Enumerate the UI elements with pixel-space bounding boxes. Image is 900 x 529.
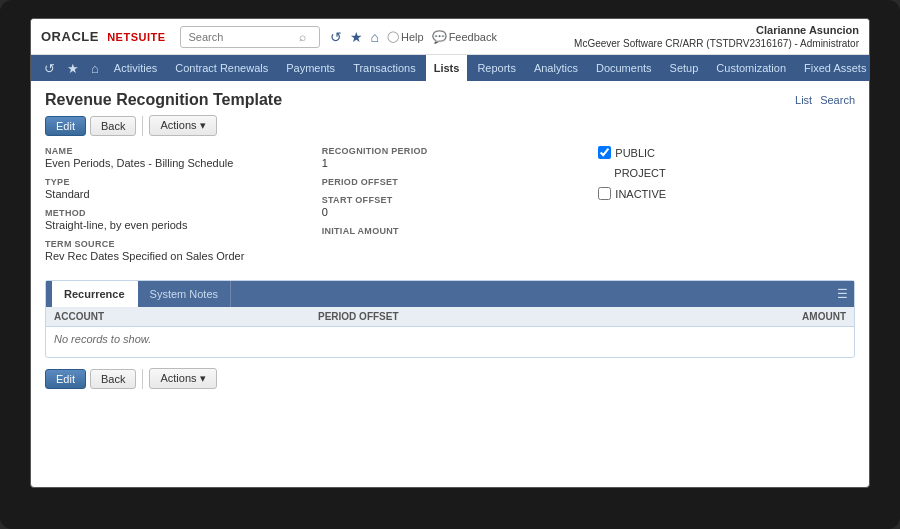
public-checkbox[interactable] [598,146,611,159]
term-source-label: TERM SOURCE [45,239,302,249]
user-name: Clarianne Asuncion [574,23,859,37]
inactive-field-block: INACTIVE [598,187,855,200]
method-value: Straight-line, by even periods [45,219,302,231]
search-icon: ⌕ [299,30,306,44]
user-info: Clarianne Asuncion McGeever Software CR/… [574,23,859,50]
inactive-checkbox-row: INACTIVE [598,187,855,200]
method-label: METHOD [45,208,302,218]
inactive-checkbox[interactable] [598,187,611,200]
nav-bar: ↺ ★ ⌂ Activities Contract Renewals Payme… [31,55,869,81]
initial-amount-field-block: INITIAL AMOUNT [322,226,579,236]
feedback-label: Feedback [449,31,497,43]
start-offset-value: 0 [322,206,579,218]
public-checkbox-row: PUBLIC [598,146,855,159]
public-field-block: PUBLIC [598,146,855,159]
nav-item-fixed-assets[interactable]: Fixed Assets [796,55,870,81]
nav-refresh-icon[interactable]: ↺ [39,61,60,76]
list-link[interactable]: List [795,94,812,106]
nav-item-customization[interactable]: Customization [708,55,794,81]
header-links: List Search [795,94,855,106]
project-checkbox-row: PROJECT [598,167,855,179]
tabs-container: Recurrence System Notes ☰ ACCOUNT PERIOD… [45,280,855,358]
recognition-period-value: 1 [322,157,579,169]
term-source-field-block: TERM SOURCE Rev Rec Dates Specified on S… [45,239,302,262]
fields-col-2: RECOGNITION PERIOD 1 PERIOD OFFSET START… [322,146,579,270]
project-label: PROJECT [614,167,665,179]
nav-item-contract-renewals[interactable]: Contract Renewals [167,55,276,81]
search-link[interactable]: Search [820,94,855,106]
fields-col-1: NAME Even Periods, Dates - Billing Sched… [45,146,302,270]
nav-item-activities[interactable]: Activities [106,55,165,81]
nav-star-icon[interactable]: ★ [62,61,84,76]
back-button-bottom[interactable]: Back [90,369,136,389]
recognition-period-label: RECOGNITION PERIOD [322,146,579,156]
top-btn-row: Edit Back Actions ▾ [45,115,855,136]
user-detail: McGeever Software CR/ARR (TSTDRV2316167)… [574,37,859,50]
nav-back-icon[interactable]: ↺ [330,29,342,45]
type-value: Standard [45,188,302,200]
col-period-offset: PERIOD OFFSET [318,311,582,322]
feedback-icon: 💬 [432,30,447,44]
bottom-btn-row: Edit Back Actions ▾ [45,368,855,389]
feedback-btn[interactable]: 💬 Feedback [432,30,497,44]
initial-amount-label: INITIAL AMOUNT [322,226,579,236]
page-header: Revenue Recognition Template List Search [45,91,855,109]
laptop-frame: ORACLE NETSUITE ⌕ ↺ ★ ⌂ ◯ Help 💬 Feedbac… [0,0,900,529]
nav-item-analytics[interactable]: Analytics [526,55,586,81]
tab-system-notes[interactable]: System Notes [138,281,231,307]
tab-table-body: No records to show. [46,327,854,357]
project-field-block: PROJECT [598,167,855,179]
tabs-header: Recurrence System Notes ☰ [46,281,854,307]
period-offset-label: PERIOD OFFSET [322,177,579,187]
nav-item-reports[interactable]: Reports [469,55,524,81]
help-label: Help [401,31,424,43]
nav-item-setup[interactable]: Setup [662,55,707,81]
term-source-value: Rev Rec Dates Specified on Sales Order [45,250,302,262]
oracle-logo: ORACLE NETSUITE [41,29,166,44]
edit-button-bottom[interactable]: Edit [45,369,86,389]
edit-button[interactable]: Edit [45,116,86,136]
actions-button[interactable]: Actions ▾ [149,115,216,136]
public-label: PUBLIC [615,147,655,159]
type-label: TYPE [45,177,302,187]
no-records-text: No records to show. [54,333,846,345]
form-grid: NAME Even Periods, Dates - Billing Sched… [45,146,855,270]
name-label: NAME [45,146,302,156]
name-value: Even Periods, Dates - Billing Schedule [45,157,302,169]
start-offset-field-block: START OFFSET 0 [322,195,579,218]
favorites-icon[interactable]: ★ [350,29,363,45]
search-bar[interactable]: ⌕ [180,26,320,48]
nav-item-documents[interactable]: Documents [588,55,660,81]
search-input[interactable] [189,31,299,43]
page-title: Revenue Recognition Template [45,91,282,109]
actions-button-bottom[interactable]: Actions ▾ [149,368,216,389]
col-account: ACCOUNT [54,311,318,322]
content-area: Revenue Recognition Template List Search… [31,81,869,409]
tab-menu-icon[interactable]: ☰ [837,287,848,301]
type-field-block: TYPE Standard [45,177,302,200]
nav-item-payments[interactable]: Payments [278,55,343,81]
home-icon[interactable]: ⌂ [371,29,379,45]
back-button[interactable]: Back [90,116,136,136]
period-offset-field-block: PERIOD OFFSET [322,177,579,187]
tab-recurrence[interactable]: Recurrence [52,281,138,307]
nav-item-transactions[interactable]: Transactions [345,55,424,81]
nav-home-icon[interactable]: ⌂ [86,61,104,76]
method-field-block: METHOD Straight-line, by even periods [45,208,302,231]
fields-col-3: PUBLIC PROJECT INACTIVE [598,146,855,270]
help-btn[interactable]: ◯ Help [387,30,424,43]
top-bar-icons: ↺ ★ ⌂ ◯ Help 💬 Feedback [330,29,575,45]
nav-item-lists[interactable]: Lists [426,55,468,81]
recognition-period-field-block: RECOGNITION PERIOD 1 [322,146,579,169]
top-bar: ORACLE NETSUITE ⌕ ↺ ★ ⌂ ◯ Help 💬 Feedbac… [31,19,869,55]
screen: ORACLE NETSUITE ⌕ ↺ ★ ⌂ ◯ Help 💬 Feedbac… [30,18,870,488]
tab-table-header: ACCOUNT PERIOD OFFSET AMOUNT [46,307,854,327]
inactive-label: INACTIVE [615,188,666,200]
col-amount: AMOUNT [582,311,846,322]
name-field-block: NAME Even Periods, Dates - Billing Sched… [45,146,302,169]
start-offset-label: START OFFSET [322,195,579,205]
